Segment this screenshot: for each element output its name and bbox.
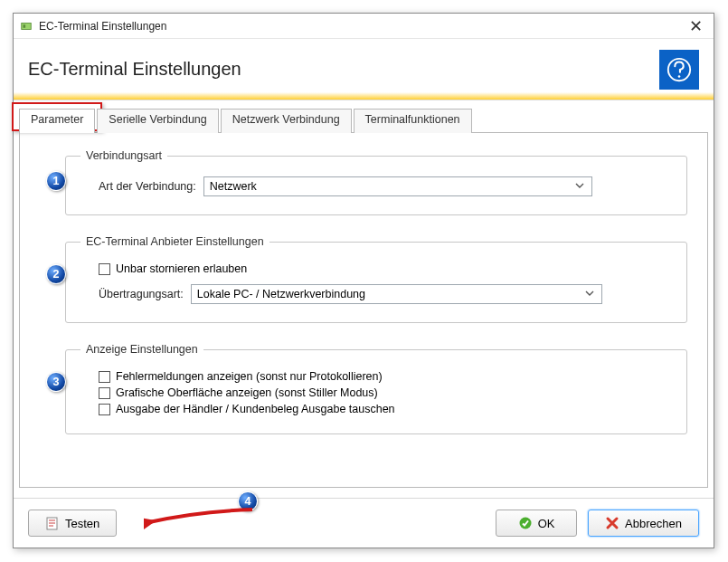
- checkbox-cancel-unbar[interactable]: [99, 263, 110, 275]
- checkbox-show-errors[interactable]: [99, 371, 110, 383]
- group-provider-legend: EC-Terminal Anbieter Einstellungen: [80, 235, 269, 248]
- window-title: EC-Terminal Einstellungen: [39, 20, 684, 33]
- callout-4: 4: [238, 491, 258, 511]
- tab-network[interactable]: Netzwerk Verbindung: [221, 109, 352, 133]
- chevron-down-icon: [581, 288, 598, 300]
- group-connection: 1 Verbindungsart Art der Verbindung: Net…: [65, 149, 687, 215]
- tab-serial[interactable]: Serielle Verbindung: [97, 109, 218, 133]
- tab-parameter[interactable]: Parameter: [19, 109, 95, 133]
- transfer-type-label: Übertragungsart:: [99, 288, 184, 300]
- dialog-body: Parameter Serielle Verbindung Netzwerk V…: [14, 100, 714, 493]
- callout-2: 2: [46, 264, 66, 284]
- checkbox-show-gui-label: Grafische Oberfläche anzeigen (sonst Sti…: [116, 386, 378, 399]
- ok-button[interactable]: OK: [496, 510, 577, 537]
- checkbox-swap-output[interactable]: [99, 404, 110, 415]
- titlebar: EC-Terminal Einstellungen ✕: [14, 14, 714, 39]
- test-button-label: Testen: [65, 517, 99, 530]
- transfer-type-value: Lokale PC- / Netzwerkverbindung: [197, 288, 365, 300]
- callout-1: 1: [46, 171, 66, 191]
- cancel-icon: [605, 516, 619, 530]
- group-connection-legend: Verbindungsart: [80, 149, 167, 162]
- checkbox-swap-output-label: Ausgabe der Händler / Kundenbeleg Ausgab…: [116, 403, 395, 415]
- svg-point-3: [678, 75, 681, 78]
- cancel-button[interactable]: Abbrechen: [588, 510, 699, 537]
- tab-strip: Parameter Serielle Verbindung Netzwerk V…: [19, 108, 708, 133]
- checkbox-show-errors-label: Fehlermeldungen anzeigen (sonst nur Prot…: [116, 370, 383, 383]
- tab-content: 1 Verbindungsart Art der Verbindung: Net…: [19, 133, 708, 488]
- dialog-window: EC-Terminal Einstellungen ✕ EC-Terminal …: [13, 13, 714, 548]
- group-display-legend: Anzeige Einstellungen: [80, 343, 203, 356]
- tab-terminalfunctions[interactable]: Terminalfunktionen: [354, 109, 472, 133]
- chevron-down-icon: [572, 180, 588, 193]
- app-icon: [19, 19, 33, 33]
- ok-button-label: OK: [538, 517, 555, 530]
- svg-rect-0: [22, 23, 32, 29]
- dialog-footer: Testen 4 OK Abbrechen: [14, 498, 714, 548]
- help-button[interactable]: [659, 50, 699, 90]
- page-title: EC-Terminal Einstellungen: [28, 59, 659, 80]
- help-icon: [666, 56, 693, 83]
- group-display: 3 Anzeige Einstellungen Fehlermeldungen …: [65, 343, 687, 434]
- cancel-button-label: Abbrechen: [625, 517, 682, 530]
- transfer-type-select[interactable]: Lokale PC- / Netzwerkverbindung: [191, 284, 602, 304]
- dialog-header: EC-Terminal Einstellungen: [14, 39, 714, 100]
- connection-type-label: Art der Verbindung:: [99, 180, 196, 193]
- ok-icon: [518, 516, 533, 530]
- group-provider: 2 EC-Terminal Anbieter Einstellungen Unb…: [65, 235, 687, 323]
- checkbox-show-gui[interactable]: [99, 387, 110, 399]
- connection-type-value: Netzwerk: [210, 180, 257, 193]
- close-button[interactable]: ✕: [684, 18, 708, 34]
- connection-type-select[interactable]: Netzwerk: [203, 176, 592, 196]
- callout-3: 3: [46, 372, 66, 392]
- test-button[interactable]: Testen: [28, 510, 117, 537]
- checkbox-cancel-unbar-label: Unbar stornieren erlauben: [116, 262, 247, 275]
- svg-rect-1: [24, 24, 26, 28]
- test-icon: [45, 516, 60, 530]
